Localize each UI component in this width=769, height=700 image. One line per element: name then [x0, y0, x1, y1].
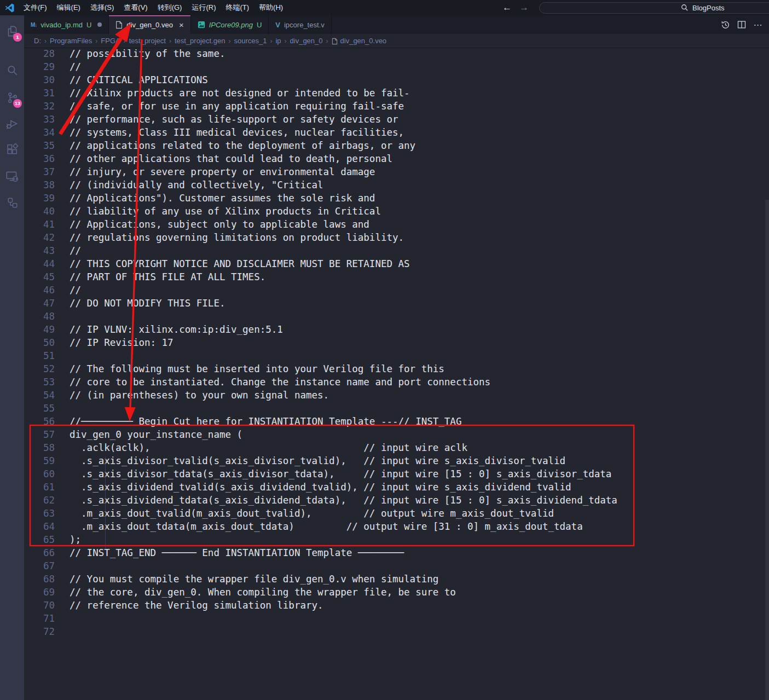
code-area[interactable]: 28// possibility of the same.29//30// CR… [24, 47, 769, 700]
breadcrumb-item[interactable]: FPGA [101, 37, 120, 45]
code-line[interactable]: 54// (in parentheses) to your own signal… [24, 389, 769, 402]
line-number[interactable]: 65 [24, 533, 55, 546]
menubar-item[interactable]: 运行(R) [187, 0, 221, 15]
code-line[interactable]: 66// INST_TAG_END ────── End INSTANTIATI… [24, 546, 769, 559]
breadcrumb-item[interactable]: test_project [129, 37, 166, 45]
line-number[interactable]: 41 [24, 218, 55, 231]
menubar-item[interactable]: 选择(S) [85, 0, 119, 15]
code-line[interactable]: 55 [24, 402, 769, 415]
breadcrumb-item[interactable]: div_gen_0 [290, 37, 323, 45]
code-line[interactable]: 30// CRITICAL APPLICATIONS [24, 73, 769, 86]
menubar-item[interactable]: 转到(G) [153, 0, 187, 15]
line-number[interactable]: 52 [24, 362, 55, 375]
line-number[interactable]: 66 [24, 546, 55, 559]
code-line[interactable]: 62 .s_axis_dividend_tdata(s_axis_dividen… [24, 494, 769, 507]
line-number[interactable]: 28 [24, 47, 55, 60]
line-number[interactable]: 29 [24, 60, 55, 73]
close-icon[interactable]: × [179, 21, 184, 29]
code-line[interactable]: 72 [24, 625, 769, 638]
code-line[interactable]: 63 .m_axis_dout_tvalid(m_axis_dout_tvali… [24, 507, 769, 520]
split-editor-icon[interactable] [736, 19, 747, 30]
scrollbar[interactable] [765, 200, 769, 700]
code-line[interactable]: 64 .m_axis_dout_tdata(m_axis_dout_tdata)… [24, 520, 769, 533]
code-line[interactable]: 48 [24, 310, 769, 323]
line-number[interactable]: 50 [24, 336, 55, 349]
hierarchy-icon[interactable] [0, 190, 24, 215]
code-line[interactable]: 68// You must compile the wrapper file d… [24, 572, 769, 586]
line-number[interactable]: 40 [24, 205, 55, 218]
line-number[interactable]: 36 [24, 152, 55, 165]
tab-div-gen-0-veo[interactable]: div_gen_0.veo × [109, 15, 190, 34]
line-number[interactable]: 62 [24, 494, 55, 507]
line-number[interactable]: 67 [24, 559, 55, 572]
line-number[interactable]: 42 [24, 231, 55, 244]
line-number[interactable]: 30 [24, 73, 55, 86]
line-number[interactable]: 35 [24, 139, 55, 152]
line-number[interactable]: 44 [24, 257, 55, 270]
code-line[interactable]: 37// injury, or severe property or envir… [24, 165, 769, 178]
code-line[interactable]: 46// [24, 284, 769, 297]
code-line[interactable]: 53// core to be instantiated. Change the… [24, 375, 769, 389]
line-number[interactable]: 71 [24, 612, 55, 625]
line-number[interactable]: 45 [24, 270, 55, 284]
modified-dot-icon[interactable] [97, 22, 102, 27]
code-line[interactable]: 60 .s_axis_divisor_tdata(s_axis_divisor_… [24, 467, 769, 481]
line-number[interactable]: 49 [24, 323, 55, 336]
code-line[interactable]: 34// systems, Class III medical devices,… [24, 126, 769, 139]
line-number[interactable]: 59 [24, 454, 55, 467]
code-line[interactable]: 40// liability of any use of Xilinx prod… [24, 205, 769, 218]
code-line[interactable]: 36// other applications that could lead … [24, 152, 769, 165]
code-line[interactable]: 38// (individually and collectively, "Cr… [24, 178, 769, 192]
line-number[interactable]: 68 [24, 572, 55, 586]
line-number[interactable]: 72 [24, 625, 55, 638]
code-line[interactable]: 28// possibility of the same. [24, 47, 769, 60]
line-number[interactable]: 31 [24, 86, 55, 100]
line-number[interactable]: 48 [24, 310, 55, 323]
line-number[interactable]: 46 [24, 284, 55, 297]
menubar-item[interactable]: 帮助(H) [254, 0, 288, 15]
tab-vivado-ip-md[interactable]: M↓ vivado_ip.md U [24, 15, 109, 34]
code-line[interactable]: 57div_gen_0 your_instance_name ( [24, 428, 769, 441]
line-number[interactable]: 70 [24, 599, 55, 612]
line-number[interactable]: 64 [24, 520, 55, 533]
remote-explorer-icon[interactable] [0, 164, 24, 188]
breadcrumb-item[interactable]: sources_1 [234, 37, 267, 45]
line-number[interactable]: 58 [24, 441, 55, 454]
line-number[interactable]: 60 [24, 467, 55, 481]
line-number[interactable]: 63 [24, 507, 55, 520]
line-number[interactable]: 39 [24, 192, 55, 205]
breadcrumb-item[interactable]: test_project.gen [175, 37, 226, 45]
line-number[interactable]: 56 [24, 415, 55, 428]
breadcrumb-item[interactable]: ip [275, 37, 281, 45]
line-number[interactable]: 47 [24, 297, 55, 310]
menubar-item[interactable]: 查看(V) [119, 0, 152, 15]
line-number[interactable]: 69 [24, 586, 55, 599]
code-line[interactable]: 44// THIS COPYRIGHT NOTICE AND DISCLAIME… [24, 257, 769, 270]
line-number[interactable]: 54 [24, 389, 55, 402]
source-control-icon[interactable]: 13 [0, 85, 24, 109]
line-number[interactable]: 34 [24, 126, 55, 139]
code-line[interactable]: 67 [24, 559, 769, 572]
code-line[interactable]: 69// the core, div_gen_0. When compiling… [24, 586, 769, 599]
code-line[interactable]: 61 .s_axis_dividend_tvalid(s_axis_divide… [24, 481, 769, 494]
code-line[interactable]: 39// Applications"). Customer assumes th… [24, 192, 769, 205]
line-number[interactable]: 57 [24, 428, 55, 441]
code-line[interactable]: 42// regulations governing limitations o… [24, 231, 769, 244]
line-number[interactable]: 43 [24, 244, 55, 257]
code-line[interactable]: 35// applications related to the deploym… [24, 139, 769, 152]
menubar-item[interactable]: 文件(F) [19, 0, 52, 15]
run-debug-icon[interactable] [0, 112, 24, 136]
code-line[interactable]: 65); [24, 533, 769, 546]
code-line[interactable]: 31// Xilinx products are not designed or… [24, 86, 769, 100]
tab-ipcore09-png[interactable]: IPCore09.png U [191, 15, 269, 34]
code-line[interactable]: 50// IP Revision: 17 [24, 336, 769, 349]
breadcrumb-item[interactable]: div_gen_0.veo [340, 37, 387, 45]
code-line[interactable]: 32// safe, or for use in any application… [24, 100, 769, 113]
code-line[interactable]: 51 [24, 349, 769, 362]
line-number[interactable]: 37 [24, 165, 55, 178]
line-number[interactable]: 51 [24, 349, 55, 362]
line-number[interactable]: 55 [24, 402, 55, 415]
line-number[interactable]: 33 [24, 113, 55, 126]
tab-ipcore-test-v[interactable]: V ipcore_test.v [269, 15, 331, 34]
nav-back-button[interactable]: ← [502, 2, 512, 13]
